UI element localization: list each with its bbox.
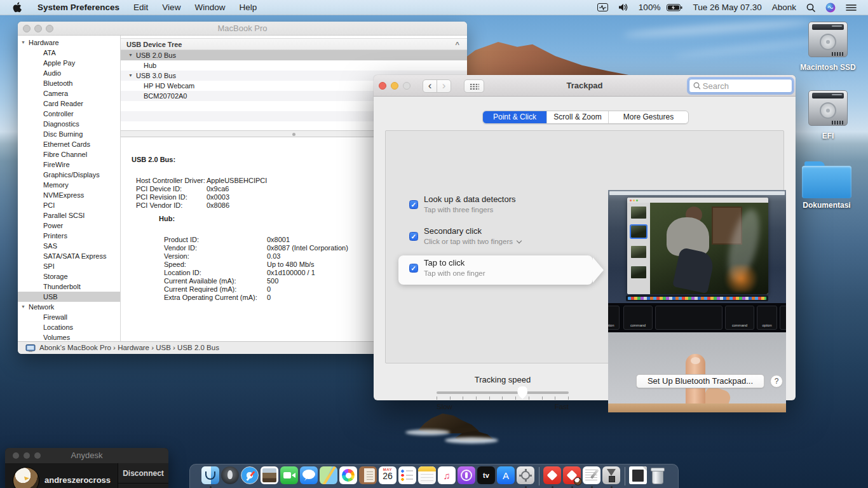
desktop-icon-dokumentasi[interactable]: Dokumentasi: [792, 161, 862, 210]
sidebar-item-controller[interactable]: Controller: [18, 109, 120, 119]
dock-item-facetime[interactable]: [280, 466, 299, 488]
dock-item-notes[interactable]: [417, 466, 437, 488]
notification-center-icon[interactable]: [841, 0, 862, 15]
sidebar-item-sas[interactable]: SAS: [18, 241, 120, 251]
battery-charging-icon[interactable]: [665, 0, 688, 15]
sidebar-item-thunderbolt[interactable]: Thunderbolt: [18, 281, 120, 292]
splitter-knob[interactable]: [292, 133, 295, 136]
dock-item-finder[interactable]: [201, 466, 220, 488]
menu-app-name[interactable]: System Preferences: [31, 0, 126, 15]
sidebar-item-audio[interactable]: Audio: [18, 68, 120, 78]
apple-menu[interactable]: [8, 2, 31, 13]
sidebar-item-printers[interactable]: Printers: [18, 231, 120, 241]
desktop-icon-macintosh-ssd[interactable]: Macintosh SSD: [793, 21, 863, 72]
menu-item-view[interactable]: View: [155, 0, 187, 15]
desktop-icon-efi[interactable]: EFI: [793, 90, 863, 140]
tab-scroll-zoom[interactable]: Scroll & Zoom: [546, 111, 608, 123]
dock-item-contacts[interactable]: [358, 466, 378, 488]
dock-item-document[interactable]: [628, 466, 648, 488]
setup-bluetooth-trackpad-button[interactable]: Set Up Bluetooth Trackpad...: [636, 374, 764, 388]
menu-user[interactable]: Abonk: [767, 0, 801, 15]
sidebar-item-fibre-channel[interactable]: Fibre Channel: [18, 149, 120, 159]
secondary-action-button[interactable]: [118, 484, 168, 488]
sidebar-item-diagnostics[interactable]: Diagnostics: [18, 119, 120, 129]
detail-label: Host Controller Driver:: [136, 177, 205, 184]
sidebar-item-locations[interactable]: Locations: [18, 322, 120, 332]
tab-point-click[interactable]: Point & Click: [483, 111, 546, 123]
sidebar-item-label: Storage: [43, 273, 68, 280]
dock-item-archive-utility[interactable]: [602, 466, 621, 488]
checkbox-tap-to-click[interactable]: ✓: [409, 264, 418, 273]
sidebar-item-card-reader[interactable]: Card Reader: [18, 98, 120, 109]
dock-item-launchpad[interactable]: [220, 466, 240, 488]
trackpad-tabs: Point & ClickScroll & ZoomMore Gestures: [482, 111, 689, 124]
search-field[interactable]: [689, 79, 792, 93]
dock-item-music[interactable]: ♫: [437, 466, 457, 488]
menu-item-edit[interactable]: Edit: [126, 0, 155, 15]
sidebar-item-parallel-scsi[interactable]: Parallel SCSI: [18, 210, 120, 220]
disconnect-button[interactable]: Disconnect: [118, 463, 168, 484]
menu-item-help[interactable]: Help: [232, 0, 264, 15]
menu-item-window[interactable]: Window: [187, 0, 232, 15]
sidebar-item-firewire[interactable]: FireWire: [18, 159, 120, 170]
sidebar-item-ata[interactable]: ATA: [18, 48, 120, 58]
dock-item-tv[interactable]: tv: [477, 466, 496, 488]
sidebar-item-sata-sata-express[interactable]: SATA/SATA Express: [18, 251, 120, 261]
sidebar-item-disc-burning[interactable]: Disc Burning: [18, 129, 120, 139]
sidebar-item-bluetooth[interactable]: Bluetooth: [18, 78, 120, 88]
search-input[interactable]: [703, 81, 788, 91]
dock-item-app-store[interactable]: A: [496, 466, 516, 488]
volume-icon[interactable]: [613, 0, 634, 15]
sidebar-item-ethernet-cards[interactable]: Ethernet Cards: [18, 139, 120, 149]
sidebar-item-hardware[interactable]: ▼Hardware: [18, 37, 120, 48]
sysinfo-title-bar[interactable]: MacBook Pro: [18, 22, 467, 36]
command-key: command: [623, 306, 653, 330]
dock-item-calendar[interactable]: MAY26: [378, 466, 398, 488]
disclosure-triangle-icon: ▼: [128, 50, 133, 60]
sidebar-item-volumes[interactable]: Volumes: [18, 332, 120, 341]
sidebar-item-pci[interactable]: PCI: [18, 200, 120, 210]
dock-item-system-preferences[interactable]: [516, 466, 536, 488]
usb-device-tree-header[interactable]: USB Device Tree ^: [121, 38, 467, 50]
tracking-speed-slider[interactable]: [437, 391, 569, 394]
tab-more-gestures[interactable]: More Gestures: [608, 111, 688, 123]
tree-row-usb-2-0-bus[interactable]: ▼USB 2.0 Bus: [121, 50, 467, 60]
chevron-down-icon[interactable]: [517, 238, 522, 243]
sidebar-item-power[interactable]: Power: [18, 220, 120, 231]
spotlight-icon[interactable]: [801, 0, 820, 15]
help-button[interactable]: ?: [770, 375, 783, 388]
sidebar-item-camera[interactable]: Camera: [18, 88, 120, 98]
trackpad-title-bar[interactable]: ‹ › Trackpad: [374, 75, 796, 97]
dock-item-trash[interactable]: [648, 466, 668, 488]
dock-item-reminders[interactable]: [398, 466, 417, 488]
dock-item-messages[interactable]: [299, 466, 319, 488]
sidebar-item-firewall[interactable]: Firewall: [18, 312, 120, 322]
dock-item-photos[interactable]: [339, 466, 358, 488]
dock-item-safari[interactable]: [240, 466, 260, 488]
siri-icon[interactable]: [820, 0, 841, 15]
dock-item-anydesk[interactable]: [543, 466, 562, 488]
checkbox-secondary-click[interactable]: ✓: [409, 232, 418, 241]
dock-item-podcasts[interactable]: [457, 466, 477, 488]
sidebar-item-graphics-displays[interactable]: Graphics/Displays: [18, 170, 120, 180]
tree-row-hub[interactable]: Hub: [121, 60, 467, 71]
dock-item-textedit[interactable]: [582, 466, 602, 488]
pulse-icon[interactable]: [592, 0, 613, 15]
sidebar-item-usb[interactable]: USB: [18, 292, 120, 302]
sidebar-item-network[interactable]: ▼Network: [18, 302, 120, 312]
collapse-chevron-icon[interactable]: ^: [456, 39, 459, 50]
sidebar-item-memory[interactable]: Memory: [18, 180, 120, 190]
sidebar-item-nvmexpress[interactable]: NVMExpress: [18, 190, 120, 200]
wallpaper-cloud: [623, 18, 813, 40]
sidebar-item-storage[interactable]: Storage: [18, 271, 120, 281]
sidebar-item-spi[interactable]: SPI: [18, 261, 120, 271]
dock-item-anydesk-eagle[interactable]: [562, 466, 582, 488]
dock-item-maps[interactable]: [319, 466, 339, 488]
detail-row: Host Controller Driver:AppleUSBEHCIPCI: [136, 177, 205, 185]
sidebar-item-apple-pay[interactable]: Apple Pay: [18, 58, 120, 68]
menu-clock[interactable]: Tue 26 May 07.30: [688, 0, 766, 15]
option-sublabel[interactable]: Click or tap with two fingers: [424, 238, 521, 245]
dock-item-preview[interactable]: [260, 466, 280, 488]
anydesk-title-bar[interactable]: Anydesk: [5, 448, 168, 463]
checkbox-look-up-data-detectors[interactable]: ✓: [409, 200, 418, 209]
